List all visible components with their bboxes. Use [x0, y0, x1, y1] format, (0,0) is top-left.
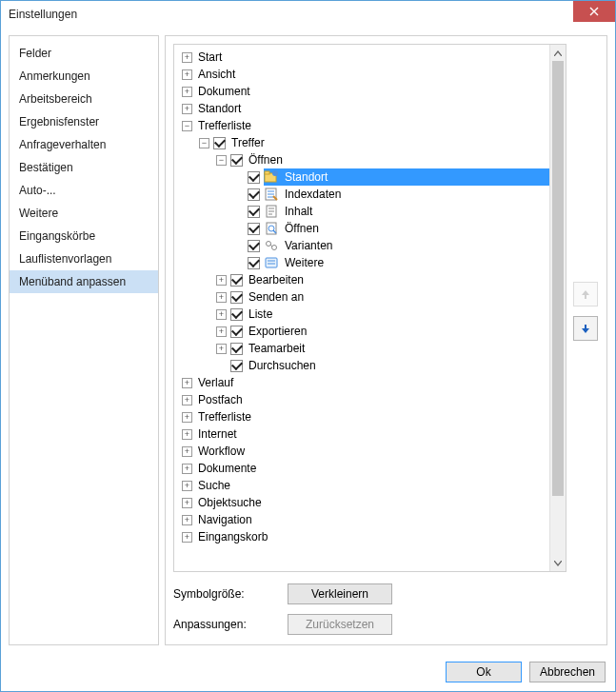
expand-icon[interactable]: + [216, 309, 227, 320]
tree-scrollbar[interactable] [549, 45, 566, 571]
expand-icon[interactable]: + [182, 52, 192, 63]
tree-label: Bearbeiten [247, 272, 306, 287]
sidebar-item[interactable]: Eingangskörbe [10, 225, 158, 247]
sidebar-item[interactable]: Arbeitsbereich [10, 88, 158, 110]
scroll-thumb[interactable] [552, 61, 564, 496]
tree-row[interactable]: +Trefferliste [182, 408, 566, 425]
expand-icon[interactable]: + [182, 395, 192, 405]
close-button[interactable] [573, 1, 615, 22]
move-down-button[interactable] [573, 316, 598, 341]
tree-row[interactable]: +Exportieren [182, 323, 566, 340]
move-up-button[interactable] [573, 282, 598, 306]
tree-row[interactable]: −Öffnen [182, 151, 566, 168]
tree-row[interactable]: +Bearbeiten [182, 271, 566, 288]
sidebar-item[interactable]: Anfrageverhalten [10, 133, 158, 156]
tree-row[interactable]: Varianten [182, 237, 566, 254]
tree-row[interactable]: −Treffer [182, 134, 566, 151]
tree-row[interactable]: +Postfach [182, 391, 566, 408]
tree-checkbox[interactable] [248, 206, 260, 218]
collapse-icon[interactable]: − [199, 138, 209, 148]
shrink-button[interactable]: Verkleinern [288, 583, 392, 604]
expand-icon[interactable]: + [182, 104, 192, 114]
tree-row[interactable]: +Liste [182, 306, 566, 323]
expand-icon[interactable]: + [182, 69, 192, 80]
expand-icon[interactable]: + [182, 429, 192, 440]
tree-checkbox[interactable] [230, 360, 243, 372]
tree-row[interactable]: +Internet [182, 425, 566, 443]
scroll-down-button[interactable] [550, 555, 566, 571]
tree-row[interactable]: +Dokument [182, 83, 566, 100]
tree-row[interactable]: Weitere [182, 254, 566, 271]
symbol-size-row: Symbolgröße: Verkleinern [173, 583, 599, 604]
tree-checkbox[interactable] [230, 326, 243, 338]
tree-checkbox[interactable] [248, 188, 260, 201]
svg-point-2 [272, 170, 278, 176]
tree-label: Eingangskorb [196, 529, 269, 544]
location-icon [264, 169, 279, 185]
reset-button[interactable]: Zurücksetzen [288, 614, 392, 635]
cancel-button[interactable]: Abbrechen [529, 662, 606, 682]
tree-row[interactable]: Öffnen [182, 220, 566, 237]
sidebar-item[interactable]: Felder [10, 42, 158, 65]
reset-row: Anpassungen: Zurücksetzen [173, 614, 599, 635]
tree-row[interactable]: Standort [182, 168, 566, 186]
ok-button[interactable]: Ok [446, 662, 522, 682]
expand-icon[interactable]: + [182, 498, 192, 508]
tree-checkbox[interactable] [248, 240, 260, 252]
sidebar-item[interactable]: Menüband anpassen [10, 270, 158, 293]
tree-row[interactable]: +Navigation [182, 511, 566, 528]
tree-row[interactable]: Indexdaten [182, 186, 566, 203]
window-title: Einstellungen [9, 8, 77, 21]
collapse-icon[interactable]: − [216, 155, 227, 166]
tree-row[interactable]: +Eingangskorb [182, 528, 566, 545]
tree-row[interactable]: +Verlauf [182, 374, 566, 391]
tree-row[interactable]: +Standort [182, 100, 566, 117]
scroll-track[interactable] [550, 61, 566, 555]
expand-icon[interactable]: + [182, 446, 192, 457]
tree-checkbox[interactable] [230, 343, 243, 355]
expand-icon[interactable]: + [182, 378, 192, 388]
tree-container: +Start+Ansicht+Dokument+Standort−Treffer… [173, 44, 599, 572]
tree-label: Inhalt [283, 204, 314, 219]
tree-row[interactable]: +Suche [182, 477, 566, 494]
tree-row[interactable]: +Dokumente [182, 460, 566, 477]
expand-icon[interactable]: + [182, 532, 192, 543]
tree-row[interactable]: Inhalt [182, 203, 566, 220]
tree-row[interactable]: −Trefferliste [182, 117, 566, 134]
tree-checkbox[interactable] [230, 274, 243, 287]
tree-row[interactable]: +Ansicht [182, 66, 566, 83]
sidebar-item[interactable]: Ergebnisfenster [10, 110, 158, 133]
tree-checkbox[interactable] [230, 291, 243, 304]
tree-checkbox[interactable] [248, 171, 260, 184]
tree-label: Teamarbeit [247, 341, 307, 356]
tree-row[interactable]: +Workflow [182, 443, 566, 460]
expand-icon[interactable]: + [216, 275, 227, 286]
expand-icon[interactable]: + [182, 87, 192, 97]
tree-checkbox[interactable] [248, 223, 260, 235]
expand-icon[interactable]: + [182, 464, 192, 474]
sidebar-item[interactable]: Anmerkungen [10, 65, 158, 88]
tree-checkbox[interactable] [230, 154, 243, 167]
expand-icon[interactable]: + [182, 515, 192, 525]
expand-icon[interactable]: + [182, 412, 192, 423]
expand-icon[interactable]: + [216, 344, 227, 354]
scroll-up-button[interactable] [550, 45, 566, 61]
expand-icon[interactable]: + [216, 292, 227, 303]
tree-checkbox[interactable] [213, 137, 226, 149]
expand-icon[interactable]: + [182, 481, 192, 491]
tree-row[interactable]: +Teamarbeit [182, 340, 566, 357]
expand-icon[interactable]: + [216, 326, 227, 337]
tree-row[interactable]: +Objektsuche [182, 494, 566, 511]
svg-rect-1 [265, 171, 269, 174]
collapse-icon[interactable]: − [182, 121, 192, 131]
tree-row[interactable]: +Start [182, 49, 566, 66]
sidebar-item[interactable]: Auto-... [10, 179, 158, 202]
sidebar-item[interactable]: Weitere [10, 202, 158, 225]
tree-row[interactable]: Durchsuchen [182, 357, 566, 374]
tree-checkbox[interactable] [230, 308, 243, 321]
sidebar-item[interactable]: Lauflistenvorlagen [10, 247, 158, 270]
command-tree[interactable]: +Start+Ansicht+Dokument+Standort−Treffer… [173, 44, 566, 572]
tree-checkbox[interactable] [248, 257, 260, 269]
sidebar-item[interactable]: Bestätigen [10, 156, 158, 179]
tree-row[interactable]: +Senden an [182, 288, 566, 306]
